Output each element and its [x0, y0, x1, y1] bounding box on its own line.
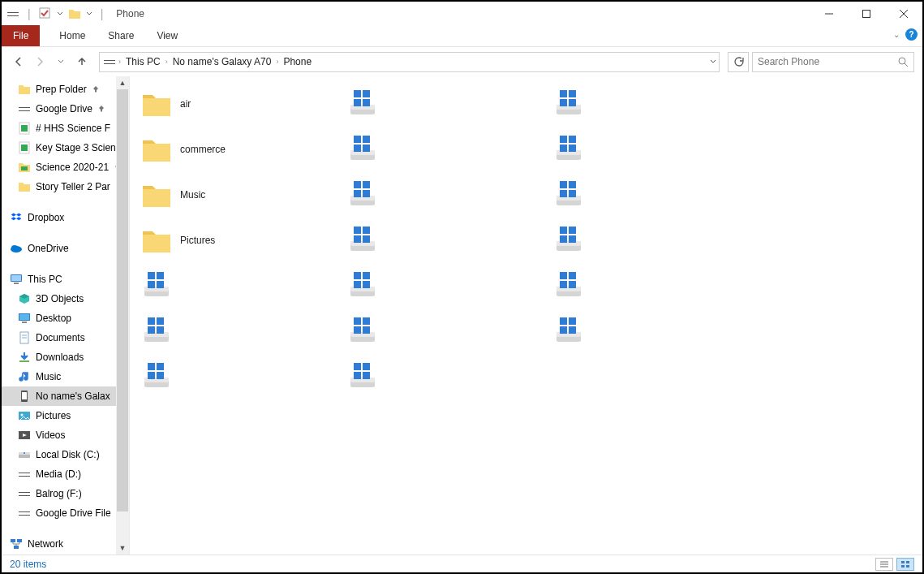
- svg-rect-56: [157, 317, 164, 325]
- sidebar-item[interactable]: Media (D:): [2, 464, 117, 484]
- file-item[interactable]: [342, 218, 548, 263]
- sidebar-item[interactable]: Story Teller 2 Par: [2, 177, 117, 196]
- file-item[interactable]: air: [136, 81, 342, 127]
- titlebar: | | Phone: [2, 2, 922, 26]
- svg-rect-46: [14, 546, 19, 549]
- file-item[interactable]: [548, 172, 754, 218]
- breadcrumb-device[interactable]: No name's Galaxy A70: [170, 56, 274, 67]
- svg-rect-112: [569, 99, 576, 106]
- sidebar-item[interactable]: 3D Objects: [2, 289, 117, 309]
- file-item[interactable]: [136, 263, 342, 309]
- svg-rect-70: [363, 99, 370, 106]
- tab-file[interactable]: File: [2, 25, 40, 46]
- file-item[interactable]: [342, 354, 548, 399]
- file-item[interactable]: [342, 172, 548, 218]
- up-button[interactable]: [73, 53, 91, 71]
- status-bar: 20 items: [2, 555, 922, 572]
- svg-point-33: [21, 414, 24, 416]
- view-icons-button[interactable]: [896, 558, 914, 571]
- file-item[interactable]: [136, 354, 342, 399]
- breadcrumb-phone[interactable]: Phone: [281, 56, 314, 67]
- sidebar-item[interactable]: Network: [2, 534, 117, 554]
- sidebar-item[interactable]: Prep Folder: [2, 80, 117, 99]
- sidebar-item[interactable]: Science 2020-21: [2, 158, 117, 177]
- file-item[interactable]: [548, 309, 754, 354]
- file-item[interactable]: commerce: [136, 127, 342, 172]
- svg-rect-147: [906, 561, 909, 563]
- sidebar-item[interactable]: Local Disk (C:): [2, 445, 117, 464]
- tab-view[interactable]: View: [145, 25, 189, 46]
- ribbon-expand-icon[interactable]: ⌄: [893, 30, 900, 39]
- file-item[interactable]: [548, 81, 754, 127]
- view-details-button[interactable]: [875, 558, 893, 571]
- file-item[interactable]: [342, 263, 548, 309]
- sidebar-item[interactable]: OneDrive: [2, 239, 117, 258]
- file-item[interactable]: Pictures: [136, 218, 342, 263]
- svg-rect-104: [363, 363, 370, 370]
- sidebar-item[interactable]: Documents: [2, 328, 117, 347]
- sidebar-item[interactable]: No name's Galax: [2, 386, 117, 406]
- sidebar-item[interactable]: Music: [2, 367, 117, 386]
- sidebar-item[interactable]: Pictures: [2, 406, 117, 425]
- svg-rect-68: [363, 90, 370, 97]
- close-button[interactable]: [885, 2, 922, 26]
- help-icon[interactable]: ?: [905, 28, 918, 41]
- svg-rect-79: [354, 181, 361, 188]
- svg-rect-52: [157, 281, 164, 288]
- sidebar-item[interactable]: Balrog (F:): [2, 484, 117, 503]
- svg-rect-25: [22, 322, 27, 323]
- svg-point-19: [11, 245, 18, 250]
- qat-dropdown-icon[interactable]: [86, 11, 92, 17]
- sidebar-item[interactable]: Key Stage 3 Scien: [2, 138, 117, 158]
- scroll-down-icon[interactable]: ▼: [116, 542, 129, 555]
- checkbox-icon[interactable]: [39, 7, 52, 20]
- search-input[interactable]: Search Phone: [752, 52, 914, 72]
- address-dropdown-icon[interactable]: [709, 58, 717, 66]
- recent-dropdown[interactable]: [52, 53, 70, 71]
- nav-bar: › This PC › No name's Galaxy A70 › Phone…: [2, 47, 922, 76]
- file-item[interactable]: [342, 81, 548, 127]
- sidebar-item[interactable]: Dropbox: [2, 208, 117, 227]
- sidebar-item[interactable]: This PC: [2, 270, 117, 289]
- scrollbar[interactable]: ▲ ▼: [116, 76, 129, 555]
- sidebar-item[interactable]: Google Drive: [2, 99, 117, 119]
- refresh-button[interactable]: [728, 52, 749, 72]
- tab-home[interactable]: Home: [48, 25, 97, 46]
- chevron-right-icon[interactable]: ›: [163, 58, 170, 66]
- file-item[interactable]: [342, 127, 548, 172]
- svg-rect-103: [354, 363, 361, 370]
- sidebar-item[interactable]: Desktop: [2, 309, 117, 328]
- svg-rect-24: [19, 314, 29, 320]
- file-item[interactable]: [548, 127, 754, 172]
- svg-rect-146: [901, 561, 905, 563]
- sidebar-item[interactable]: Downloads: [2, 347, 117, 367]
- sidebar-item[interactable]: Videos: [2, 425, 117, 445]
- sidebar-item[interactable]: Google Drive File: [2, 503, 117, 523]
- qat-dropdown-icon[interactable]: [57, 11, 63, 17]
- file-item[interactable]: Music: [136, 172, 342, 218]
- breadcrumb-thispc[interactable]: This PC: [123, 56, 163, 67]
- chevron-right-icon[interactable]: ›: [273, 58, 281, 66]
- maximize-button[interactable]: [848, 2, 885, 26]
- 3d-icon: [18, 292, 31, 305]
- svg-rect-82: [363, 190, 370, 197]
- file-item[interactable]: [342, 309, 548, 354]
- file-item[interactable]: [548, 218, 754, 263]
- tab-share[interactable]: Share: [97, 25, 145, 46]
- desktop-icon: [18, 312, 31, 325]
- address-bar[interactable]: › This PC › No name's Galaxy A70 › Phone: [99, 52, 720, 72]
- scroll-up-icon[interactable]: ▲: [116, 76, 129, 89]
- svg-rect-61: [148, 363, 155, 370]
- sidebar-item-label: Media (D:): [36, 468, 81, 480]
- forward-button[interactable]: [31, 53, 49, 71]
- file-pane[interactable]: aircommerceMusicPictures: [130, 76, 922, 555]
- file-item[interactable]: [548, 263, 754, 309]
- scroll-thumb[interactable]: [117, 89, 128, 511]
- item-count: 20 items: [10, 559, 46, 570]
- file-item[interactable]: [136, 309, 342, 354]
- minimize-button[interactable]: [810, 2, 848, 26]
- sidebar-item[interactable]: # HHS Science F: [2, 119, 117, 138]
- system-icon: [140, 360, 174, 394]
- chevron-right-icon[interactable]: ›: [116, 58, 123, 66]
- back-button[interactable]: [10, 53, 28, 71]
